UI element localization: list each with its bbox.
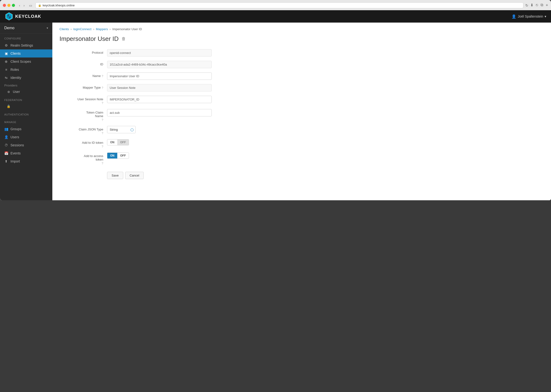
- id-field: [107, 61, 231, 68]
- sidebar-item-user[interactable]: ⊚ User: [0, 88, 52, 95]
- user-menu[interactable]: 👤 Joël Spaltenstein ▾: [512, 14, 546, 19]
- token-claim-name-help-icon[interactable]: ?: [102, 118, 103, 122]
- user-federation-icon: ⊚: [7, 90, 10, 94]
- breadcrumb-login-connect[interactable]: loginConnect: [73, 27, 91, 31]
- reload-icon[interactable]: ↻: [525, 3, 528, 7]
- delete-button[interactable]: 🗑: [122, 36, 126, 41]
- claim-json-type-help-icon[interactable]: ?: [102, 132, 103, 135]
- user-avatar-icon: 👤: [512, 14, 516, 19]
- add-to-access-token-help-icon[interactable]: ?: [102, 162, 103, 165]
- form-actions: Save Cancel: [107, 172, 544, 179]
- back-button[interactable]: ‹: [18, 3, 22, 8]
- user-session-note-help-icon[interactable]: ?: [102, 101, 103, 105]
- top-nav: KEYCLOAK 👤 Joël Spaltenstein ▾: [0, 10, 551, 23]
- token-claim-name-input[interactable]: [107, 109, 212, 116]
- logo-text: KEYCLOAK: [15, 14, 41, 19]
- id-token-toggle-on[interactable]: ON: [107, 140, 117, 145]
- breadcrumb-mappers[interactable]: Mappers: [96, 27, 108, 31]
- sidebar-item-groups[interactable]: 👥 Groups: [0, 125, 52, 133]
- name-field: [107, 72, 231, 80]
- url-bar[interactable]: 🔒 keycloak.kheops.online: [36, 2, 523, 8]
- user-menu-chevron-icon: ▾: [544, 14, 546, 18]
- name-input[interactable]: [107, 72, 212, 80]
- clients-icon: ▣: [4, 52, 8, 55]
- forward-button[interactable]: ›: [22, 3, 26, 8]
- sessions-icon: ⏱: [4, 143, 8, 147]
- sidebar-item-users[interactable]: 👤 Users: [0, 133, 52, 141]
- sidebar-item-client-scopes[interactable]: ⊕ Client Scopes: [0, 57, 52, 66]
- user-session-note-input[interactable]: [107, 96, 212, 103]
- sidebar-item-identity[interactable]: ⇆ Identity: [0, 74, 52, 82]
- add-to-id-token-toggle[interactable]: ON OFF: [107, 139, 231, 145]
- realm-selector[interactable]: Demo ▾: [0, 23, 52, 34]
- breadcrumb-sep-2: »: [93, 28, 94, 31]
- sidebar-item-label: Clients: [10, 52, 21, 55]
- maximize-button[interactable]: [12, 4, 15, 7]
- share-icon[interactable]: ⎋: [536, 3, 538, 8]
- protocol-input[interactable]: [107, 49, 212, 56]
- save-button[interactable]: Save: [107, 172, 123, 179]
- manage-section-label: Manage: [0, 117, 52, 125]
- token-claim-name-label: Token Claim Name ?: [59, 109, 107, 122]
- mapper-type-help-icon[interactable]: ?: [102, 86, 103, 90]
- protocol-row: Protocol: [59, 49, 231, 56]
- user-session-note-label: User Session Note ?: [59, 96, 107, 105]
- sidebar-item-sessions[interactable]: ⏱ Sessions: [0, 141, 52, 149]
- sidebar-item-label: User: [13, 90, 20, 94]
- add-to-id-token-help-icon[interactable]: ?: [102, 145, 103, 148]
- cancel-button[interactable]: Cancel: [125, 172, 144, 179]
- sidebar-item-label: Identity: [10, 76, 21, 80]
- realm-name: Demo: [4, 26, 14, 30]
- authentication-section-label: Authentication: [0, 110, 52, 117]
- close-button[interactable]: [3, 4, 6, 7]
- sidebar: Demo ▾ Configure ⚙ Realm Settings ▣ Clie…: [0, 23, 52, 200]
- sidebar-item-import[interactable]: ⬆ Import: [0, 157, 52, 165]
- sidebar-item-label: Realm Settings: [10, 43, 33, 47]
- mapper-type-input: [107, 84, 212, 91]
- download-icon[interactable]: ⬇: [530, 3, 533, 8]
- add-to-id-token-field: ON OFF: [107, 139, 231, 145]
- access-token-toggle-off[interactable]: OFF: [117, 153, 129, 158]
- sidebar-item-label: Import: [10, 159, 20, 163]
- client-scopes-icon: ⊕: [4, 60, 8, 63]
- content-area: Clients » loginConnect » Mappers » Imper…: [52, 23, 551, 200]
- add-to-access-token-row: Add to access token ? ON OFF: [59, 153, 231, 165]
- sidebar-item-label: Sessions: [10, 143, 24, 147]
- add-to-id-token-label: Add to ID token ?: [59, 139, 107, 148]
- window-icon[interactable]: ⧉: [541, 3, 543, 8]
- federation-lock-icon: 🔒: [7, 105, 10, 108]
- sidebar-item-events[interactable]: 📅 Events: [0, 149, 52, 157]
- sidebar-item-roles[interactable]: ≡ Roles: [0, 66, 52, 74]
- realm-settings-icon: ⚙: [4, 43, 8, 47]
- claim-json-type-field: String long int boolean JSON ⬡: [107, 126, 231, 133]
- access-token-toggle-on[interactable]: ON: [107, 153, 117, 158]
- url-text: keycloak.kheops.online: [43, 4, 74, 7]
- breadcrumb-sep-3: »: [109, 28, 111, 31]
- user-name: Joël Spaltenstein: [518, 14, 543, 18]
- breadcrumb-clients[interactable]: Clients: [59, 27, 69, 31]
- new-tab-icon[interactable]: +: [545, 3, 548, 8]
- user-session-note-field: [107, 96, 231, 103]
- sidebar-item-label: Users: [10, 135, 19, 139]
- sidebar-item-federation[interactable]: 🔒: [0, 103, 52, 110]
- token-claim-name-field: [107, 109, 231, 116]
- claim-json-type-row: Claim JSON Type ? String long int boolea…: [59, 126, 231, 135]
- token-claim-name-row: Token Claim Name ?: [59, 109, 231, 122]
- claim-json-type-select[interactable]: String long int boolean JSON: [107, 126, 136, 133]
- federation-section-label: Federation: [0, 95, 52, 103]
- sidebar-item-realm-settings[interactable]: ⚙ Realm Settings: [0, 41, 52, 49]
- realm-chevron-icon: ▾: [47, 26, 48, 30]
- breadcrumb-current: Impersonator User ID: [112, 27, 142, 31]
- add-to-access-token-toggle[interactable]: ON OFF: [107, 153, 231, 159]
- add-to-id-token-row: Add to ID token ? ON OFF: [59, 139, 231, 148]
- mapper-type-label: Mapper Type ?: [59, 84, 107, 90]
- id-input[interactable]: [107, 61, 212, 68]
- protocol-field: [107, 49, 231, 56]
- events-icon: 📅: [4, 151, 8, 155]
- name-help-icon[interactable]: ?: [102, 75, 103, 78]
- id-token-toggle-off[interactable]: OFF: [117, 140, 129, 145]
- sidebar-toggle-button[interactable]: ▭: [28, 3, 34, 8]
- minimize-button[interactable]: [7, 4, 10, 7]
- user-session-note-row: User Session Note ?: [59, 96, 231, 105]
- sidebar-item-clients[interactable]: ▣ Clients: [0, 49, 52, 57]
